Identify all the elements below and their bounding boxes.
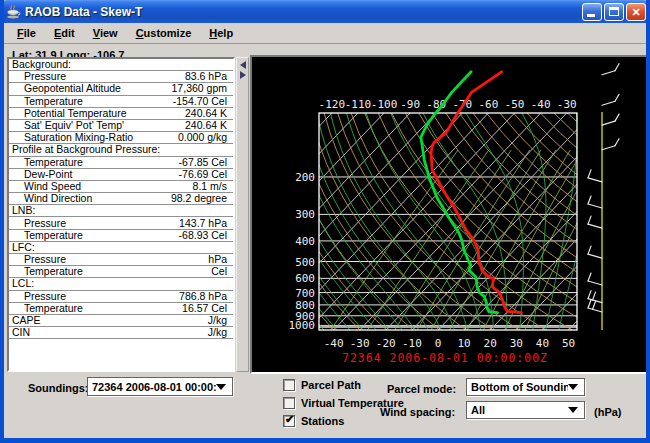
sounding-data-table: Background:Pressure83.6 hPaGeopotential … (7, 57, 235, 372)
checkbox-unchecked-icon[interactable] (283, 397, 295, 409)
wind-spacing-value: All (471, 404, 485, 416)
menu-item-file[interactable]: File (8, 24, 45, 42)
menu-item-customize[interactable]: Customize (127, 24, 201, 42)
chevron-down-icon (568, 407, 578, 413)
row-value: hPa (208, 254, 233, 265)
checkbox-stations[interactable]: Stations (283, 415, 344, 427)
skewt-chart[interactable]: -120-110-100-90-80-70-60-50-40-30-40-30-… (252, 57, 649, 372)
svg-text:50: 50 (562, 337, 575, 350)
row-label: Temperature (9, 230, 179, 241)
collapse-right-icon[interactable] (240, 71, 246, 79)
wind-spacing-unit: (hPa) (594, 406, 622, 418)
row-value: 83.6 hPa (185, 71, 233, 82)
svg-text:-20: -20 (376, 337, 396, 350)
parcel-mode-combobox[interactable]: Bottom of Sounding (466, 378, 585, 396)
maximize-icon (609, 7, 619, 16)
title-bar[interactable]: RAOB Data - Skew-T ✕ (0, 0, 650, 23)
wind-spacing-combobox[interactable]: All (466, 401, 585, 419)
row-value: J/kg (208, 315, 233, 326)
split-pane-divider[interactable] (236, 57, 249, 372)
app-icon (5, 4, 21, 20)
table-row: Pressure143.7 hPa (9, 217, 233, 229)
menu-bar: FileEditViewCustomizeHelp (4, 23, 646, 44)
table-row: Geopotential Altitude17,360 gpm (9, 83, 233, 95)
svg-text:-30: -30 (557, 98, 577, 111)
row-value: J/kg (208, 327, 233, 338)
svg-text:600: 600 (295, 272, 315, 285)
svg-text:-90: -90 (400, 98, 420, 111)
row-label: Dew-Point (9, 169, 179, 180)
svg-text:-120: -120 (319, 98, 346, 111)
table-row: Temperature-68.93 Cel (9, 230, 233, 242)
row-label: LFC: (9, 242, 227, 253)
menu-item-help[interactable]: Help (200, 24, 242, 42)
row-value: -154.70 Cel (173, 96, 233, 107)
svg-text:-30: -30 (350, 337, 370, 350)
row-label: Profile at Background Pressure: (9, 144, 227, 155)
soundings-combobox[interactable]: 72364 2006-08-01 00:00:00Z (87, 377, 233, 396)
wind-spacing-label: Wind spacing: (380, 406, 455, 418)
table-row: Temperature-154.70 Cel (9, 96, 233, 108)
checkbox-parcel-path[interactable]: Parcel Path (283, 379, 361, 391)
table-row: Profile at Background Pressure: (9, 144, 233, 156)
table-row: Temperature-67.85 Cel (9, 157, 233, 169)
row-label: LCL: (9, 278, 227, 289)
table-row: LCL: (9, 278, 233, 290)
row-label: Sat' Equiv' Pot' Temp' (9, 120, 185, 131)
row-label: Potential Temperature (9, 108, 185, 119)
minimize-button[interactable] (582, 3, 602, 21)
row-value: 240.64 K (185, 108, 233, 119)
row-label: Geopotential Altitude (9, 83, 172, 94)
svg-text:-110: -110 (345, 98, 372, 111)
row-value: -68.93 Cel (179, 230, 233, 241)
row-label: Pressure (9, 254, 208, 265)
maximize-button[interactable] (604, 3, 624, 21)
parcel-mode-value: Bottom of Sounding (471, 381, 568, 393)
menu-item-view[interactable]: View (84, 24, 127, 42)
row-value: 143.7 hPa (179, 218, 233, 229)
app-window: RAOB Data - Skew-T ✕ FileEditViewCustomi… (0, 0, 650, 443)
svg-text:-40: -40 (531, 98, 551, 111)
row-label: LNB: (9, 205, 227, 216)
row-label: Temperature (9, 157, 179, 168)
row-value: -76.69 Cel (179, 169, 233, 180)
table-row: CAPEJ/kg (9, 315, 233, 327)
row-label: Wind Direction (9, 193, 171, 204)
row-value: 98.2 degree (171, 193, 233, 204)
row-value: 240.64 K (185, 120, 233, 131)
checkbox-checked-icon[interactable] (283, 415, 295, 427)
row-value: Cel (211, 266, 233, 277)
svg-text:-50: -50 (505, 98, 525, 111)
row-label: Temperature (9, 266, 211, 277)
row-label: Background: (9, 59, 227, 70)
row-value: 17,360 gpm (172, 83, 233, 94)
collapse-left-icon[interactable] (240, 61, 246, 69)
svg-text:-60: -60 (478, 98, 498, 111)
row-label: Temperature (9, 96, 173, 107)
menu-item-edit[interactable]: Edit (45, 24, 84, 42)
row-label: Temperature (9, 303, 182, 314)
svg-text:-40: -40 (324, 337, 344, 350)
row-label: Pressure (9, 218, 179, 229)
close-icon: ✕ (627, 5, 645, 19)
svg-text:1000: 1000 (289, 319, 316, 332)
chevron-down-icon (216, 384, 226, 390)
table-row: LNB: (9, 205, 233, 217)
checkbox-unchecked-icon[interactable] (283, 379, 295, 391)
svg-text:-100: -100 (371, 98, 398, 111)
soundings-value: 72364 2006-08-01 00:00:00Z (92, 381, 216, 393)
svg-text:30: 30 (510, 337, 523, 350)
row-label: Wind Speed (9, 181, 193, 192)
svg-text:72364 2006-08-01 00:00:00Z: 72364 2006-08-01 00:00:00Z (342, 351, 548, 365)
row-label: Pressure (9, 71, 185, 82)
row-value: -67.85 Cel (179, 157, 233, 168)
svg-text:20: 20 (484, 337, 497, 350)
chevron-down-icon (568, 384, 578, 390)
checkbox-label: Parcel Path (301, 379, 361, 391)
table-row: Pressure786.8 hPa (9, 291, 233, 303)
close-button[interactable]: ✕ (626, 3, 646, 21)
svg-text:10: 10 (457, 337, 470, 350)
row-label: CIN (9, 327, 208, 338)
checkbox-label: Stations (301, 415, 344, 427)
skewt-chart-panel[interactable]: -120-110-100-90-80-70-60-50-40-30-40-30-… (250, 55, 650, 374)
